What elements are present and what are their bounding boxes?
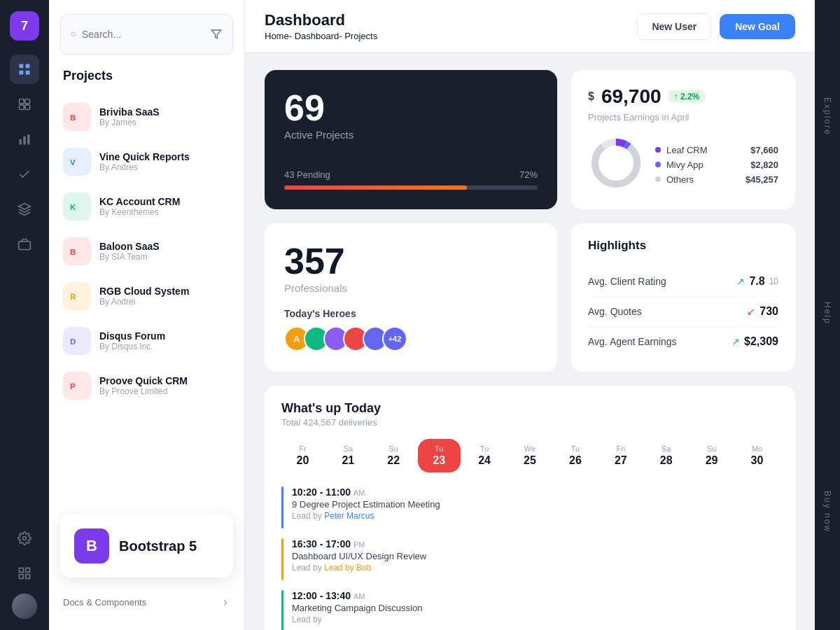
- day-item[interactable]: Tu 24: [463, 439, 506, 472]
- day-item[interactable]: Tu 26: [554, 439, 596, 472]
- day-number: 20: [284, 454, 321, 467]
- progress-fill: [284, 186, 467, 190]
- leaf-crm-value: $7,660: [746, 145, 778, 155]
- rating-value-row: ↗ 7.8 10: [736, 275, 778, 288]
- profile-avatar[interactable]: [12, 594, 37, 619]
- sidebar-item-briefcase[interactable]: [10, 230, 39, 259]
- project-by: By Proove Limited: [99, 386, 188, 396]
- sidebar-item-chart[interactable]: [10, 125, 39, 154]
- svg-rect-5: [25, 99, 30, 104]
- svg-rect-1: [26, 64, 30, 69]
- project-icon: B: [63, 237, 91, 265]
- svg-rect-0: [20, 64, 24, 69]
- active-projects-card: 69 Active Projects 43 Pending 72%: [265, 70, 557, 209]
- project-name: Briviba SaaS: [99, 106, 160, 118]
- buy-now-tab[interactable]: Buy now: [822, 484, 832, 540]
- project-item[interactable]: R RGB Cloud System By Andrei: [49, 274, 244, 318]
- day-item[interactable]: Su 22: [372, 439, 415, 472]
- earnings-badge: ↑ 2.2%: [668, 90, 706, 103]
- event-item: 16:30 - 17:00 PM Dashboard UI/UX Design …: [281, 538, 778, 580]
- help-tab[interactable]: Help: [822, 295, 832, 332]
- day-name: Sa: [648, 444, 685, 453]
- search-container: [60, 14, 233, 55]
- heroes-title: Today's Heroes: [284, 308, 538, 319]
- project-info: KC Account CRM By Keenthemes: [99, 196, 180, 217]
- event-lead-link[interactable]: Peter Marcus: [324, 511, 374, 521]
- svg-marker-20: [211, 30, 220, 38]
- project-item[interactable]: V Vine Quick Reports By Andres: [49, 139, 244, 184]
- sidebar-item-settings[interactable]: [10, 524, 39, 553]
- day-item[interactable]: Mo 30: [736, 439, 778, 472]
- breadcrumb-home[interactable]: Home-: [265, 31, 292, 41]
- day-item[interactable]: Fr 20: [281, 439, 324, 472]
- day-item[interactable]: Fri 27: [599, 439, 642, 472]
- project-item[interactable]: B Briviba SaaS By James: [49, 94, 244, 139]
- svg-rect-7: [25, 105, 30, 110]
- more-heroes-badge: +42: [382, 326, 407, 351]
- day-item[interactable]: Sa 21: [327, 439, 370, 472]
- svg-text:V: V: [70, 158, 76, 167]
- stats-card: 357 Professionals Today's Heroes A +42: [265, 223, 557, 372]
- svg-text:R: R: [70, 292, 76, 301]
- day-name: Fr: [284, 444, 321, 453]
- earnings-amount: 69,700: [601, 85, 662, 108]
- right-panel: Explore Help Buy now: [815, 0, 840, 630]
- day-number: 22: [375, 454, 412, 467]
- svg-point-31: [595, 142, 637, 184]
- sidebar-item-squares[interactable]: [10, 90, 39, 119]
- legend-others: Others: [655, 174, 734, 185]
- day-item[interactable]: Tu 23: [418, 439, 461, 472]
- event-lead-link[interactable]: Lead by Bob: [324, 563, 371, 573]
- dollar-sign: $: [588, 90, 594, 103]
- day-number: 30: [738, 454, 776, 467]
- svg-rect-3: [26, 71, 30, 75]
- day-item[interactable]: Su 29: [690, 439, 733, 472]
- sidebar-item-check[interactable]: [10, 160, 39, 189]
- quotes-arrow: ↙: [747, 306, 755, 317]
- agent-earnings-arrow: ↗: [732, 336, 740, 347]
- svg-text:K: K: [70, 202, 76, 211]
- sidebar-item-grid2[interactable]: [10, 559, 39, 588]
- project-icon: R: [63, 282, 91, 310]
- svg-rect-15: [26, 568, 30, 573]
- earnings-values: $7,660 $2,820 $45,257: [746, 145, 778, 185]
- explore-tab[interactable]: Explore: [822, 90, 832, 143]
- professionals-label: Professionals: [284, 282, 538, 294]
- day-number: 29: [693, 454, 730, 467]
- filter-button[interactable]: [210, 22, 223, 47]
- project-item[interactable]: K KC Account CRM By Keenthemes: [49, 184, 244, 229]
- svg-point-13: [23, 537, 27, 540]
- svg-text:B: B: [70, 247, 76, 256]
- project-item[interactable]: B Baloon SaaS By SIA Team: [49, 229, 244, 274]
- others-value: $45,257: [746, 174, 778, 185]
- project-item[interactable]: D Disqus Forum By Disqus Inc.: [49, 318, 244, 363]
- mivy-app-value: $2,820: [746, 160, 778, 170]
- user-avatar-badge[interactable]: 7: [10, 11, 39, 41]
- project-item[interactable]: P Proove Quick CRM By Proove Limited: [49, 363, 244, 408]
- project-name: Disqus Forum: [99, 330, 165, 342]
- schedule-header: What's up Today Total 424,567 deliveries: [281, 401, 778, 428]
- day-name: Tu: [466, 444, 503, 453]
- svg-point-18: [71, 32, 75, 36]
- day-item[interactable]: We 25: [509, 439, 552, 472]
- chevron-right-icon: [220, 598, 230, 608]
- event-title: Marketing Campaign Discussion: [292, 603, 778, 613]
- sidebar-item-layers[interactable]: [10, 195, 39, 224]
- sidebar-item-dashboard[interactable]: [10, 55, 39, 84]
- quotes-value-row: ↙ 730: [747, 305, 778, 318]
- docs-row[interactable]: Docs & Components: [49, 589, 244, 616]
- event-time: 16:30 - 17:00 PM: [292, 538, 778, 550]
- new-user-button[interactable]: New User: [637, 13, 711, 40]
- event-line: [281, 538, 284, 580]
- earnings-card: $ 69,700 ↑ 2.2% Projects Earnings in Apr…: [571, 70, 795, 209]
- day-item[interactable]: Sa 28: [645, 439, 687, 472]
- project-by: By James: [99, 118, 160, 127]
- search-input[interactable]: [82, 29, 204, 40]
- project-by: By Andrei: [99, 297, 189, 307]
- new-goal-button[interactable]: New Goal: [720, 14, 795, 39]
- breadcrumb-dashboard[interactable]: Dashboard-: [295, 31, 342, 41]
- breadcrumb: Home- Dashboard- Projects: [265, 31, 377, 41]
- event-content: 12:00 - 13:40 AM Marketing Campaign Disc…: [292, 590, 778, 624]
- day-number: 23: [421, 454, 458, 467]
- svg-text:P: P: [70, 382, 76, 391]
